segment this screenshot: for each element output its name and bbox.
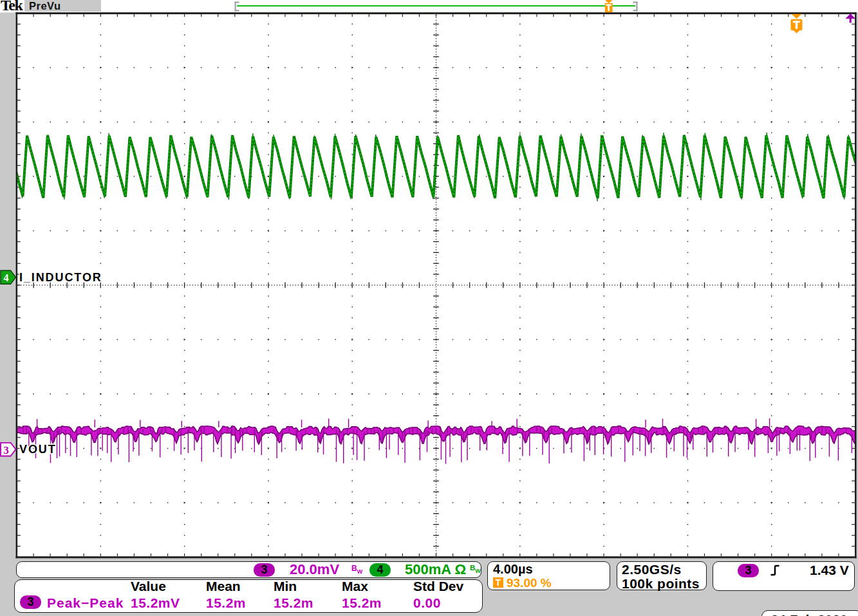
svg-text:I_INDUCTOR: I_INDUCTOR — [19, 271, 102, 284]
svg-text:4: 4 — [4, 272, 9, 283]
svg-text:3: 3 — [3, 444, 8, 456]
svg-text:VOUT: VOUT — [19, 443, 57, 456]
